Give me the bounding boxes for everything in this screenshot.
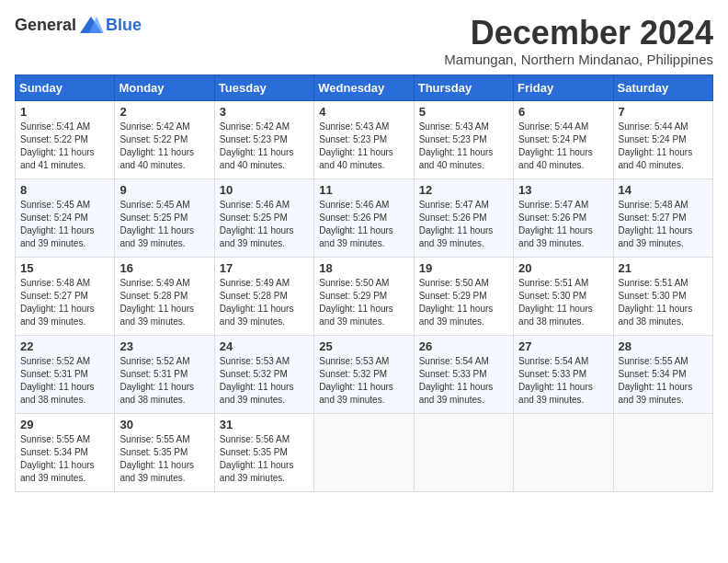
day-info: Sunrise: 5:55 AM Sunset: 5:35 PM Dayligh… (119, 433, 209, 485)
day-info: Sunrise: 5:45 AM Sunset: 5:24 PM Dayligh… (20, 199, 109, 250)
day-info: Sunrise: 5:49 AM Sunset: 5:28 PM Dayligh… (220, 277, 309, 328)
calendar-cell: 12 Sunrise: 5:47 AM Sunset: 5:26 PM Dayl… (414, 178, 513, 257)
calendar-cell: 9 Sunrise: 5:45 AM Sunset: 5:25 PM Dayli… (115, 178, 214, 257)
calendar-cell: 14 Sunrise: 5:48 AM Sunset: 5:27 PM Dayl… (613, 178, 712, 257)
day-number: 17 (220, 261, 309, 275)
weekday-header-monday: Monday (115, 75, 214, 100)
day-number: 3 (220, 105, 309, 119)
calendar-cell: 31 Sunrise: 5:56 AM Sunset: 5:35 PM Dayl… (214, 413, 313, 491)
calendar-cell: 23 Sunrise: 5:52 AM Sunset: 5:31 PM Dayl… (115, 335, 214, 413)
day-number: 29 (20, 418, 109, 431)
day-number: 4 (319, 105, 408, 119)
day-number: 24 (220, 339, 309, 353)
calendar-week-row-5: 29 Sunrise: 5:55 AM Sunset: 5:34 PM Dayl… (16, 413, 713, 491)
calendar-cell (414, 413, 513, 491)
day-info: Sunrise: 5:55 AM Sunset: 5:34 PM Dayligh… (20, 433, 109, 485)
day-info: Sunrise: 5:54 AM Sunset: 5:33 PM Dayligh… (518, 355, 608, 407)
day-info: Sunrise: 5:51 AM Sunset: 5:30 PM Dayligh… (619, 277, 708, 328)
logo-general-text: General (15, 16, 76, 35)
day-info: Sunrise: 5:48 AM Sunset: 5:27 PM Dayligh… (619, 199, 708, 250)
calendar-cell: 7 Sunrise: 5:44 AM Sunset: 5:24 PM Dayli… (613, 100, 712, 178)
day-number: 18 (319, 261, 408, 275)
day-info: Sunrise: 5:45 AM Sunset: 5:25 PM Dayligh… (119, 199, 209, 250)
calendar-cell: 8 Sunrise: 5:45 AM Sunset: 5:24 PM Dayli… (16, 178, 115, 257)
calendar-cell: 11 Sunrise: 5:46 AM Sunset: 5:26 PM Dayl… (314, 178, 414, 257)
weekday-header-thursday: Thursday (414, 75, 513, 100)
day-info: Sunrise: 5:50 AM Sunset: 5:29 PM Dayligh… (319, 277, 408, 328)
day-info: Sunrise: 5:53 AM Sunset: 5:32 PM Dayligh… (319, 355, 408, 407)
calendar-cell (314, 413, 414, 491)
day-info: Sunrise: 5:44 AM Sunset: 5:24 PM Dayligh… (518, 121, 608, 172)
calendar-cell: 21 Sunrise: 5:51 AM Sunset: 5:30 PM Dayl… (613, 257, 712, 335)
month-title: December 2024 (444, 15, 713, 52)
calendar-week-row-3: 15 Sunrise: 5:48 AM Sunset: 5:27 PM Dayl… (16, 257, 713, 335)
calendar-cell: 5 Sunrise: 5:43 AM Sunset: 5:23 PM Dayli… (414, 100, 513, 178)
calendar-cell: 10 Sunrise: 5:46 AM Sunset: 5:25 PM Dayl… (214, 178, 313, 257)
day-info: Sunrise: 5:50 AM Sunset: 5:29 PM Dayligh… (419, 277, 508, 328)
logo: General Blue (15, 15, 142, 35)
calendar-cell: 22 Sunrise: 5:52 AM Sunset: 5:31 PM Dayl… (16, 335, 115, 413)
calendar-cell: 1 Sunrise: 5:41 AM Sunset: 5:22 PM Dayli… (16, 100, 115, 178)
calendar-header-row: SundayMondayTuesdayWednesdayThursdayFrid… (16, 75, 713, 100)
calendar-cell: 27 Sunrise: 5:54 AM Sunset: 5:33 PM Dayl… (514, 335, 613, 413)
weekday-header-friday: Friday (514, 75, 613, 100)
day-number: 30 (119, 418, 209, 431)
day-number: 8 (20, 183, 109, 197)
day-number: 14 (619, 183, 708, 197)
day-info: Sunrise: 5:49 AM Sunset: 5:28 PM Dayligh… (119, 277, 209, 328)
calendar-table: SundayMondayTuesdayWednesdayThursdayFrid… (15, 75, 713, 492)
day-info: Sunrise: 5:43 AM Sunset: 5:23 PM Dayligh… (319, 121, 408, 172)
page-header: General Blue December 2024 Mamungan, Nor… (15, 15, 713, 67)
day-number: 5 (419, 105, 508, 119)
calendar-cell: 13 Sunrise: 5:47 AM Sunset: 5:26 PM Dayl… (514, 178, 613, 257)
day-info: Sunrise: 5:55 AM Sunset: 5:34 PM Dayligh… (619, 355, 708, 407)
location-title: Mamungan, Northern Mindanao, Philippines (444, 52, 713, 67)
day-info: Sunrise: 5:41 AM Sunset: 5:22 PM Dayligh… (20, 121, 109, 172)
weekday-header-saturday: Saturday (613, 75, 712, 100)
day-number: 31 (220, 418, 309, 431)
day-number: 7 (619, 105, 708, 119)
day-info: Sunrise: 5:42 AM Sunset: 5:23 PM Dayligh… (220, 121, 309, 172)
calendar-cell (514, 413, 613, 491)
calendar-week-row-4: 22 Sunrise: 5:52 AM Sunset: 5:31 PM Dayl… (16, 335, 713, 413)
day-number: 10 (220, 183, 309, 197)
weekday-header-tuesday: Tuesday (214, 75, 313, 100)
day-info: Sunrise: 5:47 AM Sunset: 5:26 PM Dayligh… (419, 199, 508, 250)
day-info: Sunrise: 5:51 AM Sunset: 5:30 PM Dayligh… (518, 277, 608, 328)
day-number: 15 (20, 261, 109, 275)
day-number: 22 (20, 339, 109, 353)
day-info: Sunrise: 5:52 AM Sunset: 5:31 PM Dayligh… (20, 355, 109, 407)
day-info: Sunrise: 5:42 AM Sunset: 5:22 PM Dayligh… (119, 121, 209, 172)
day-number: 16 (119, 261, 209, 275)
day-info: Sunrise: 5:47 AM Sunset: 5:26 PM Dayligh… (518, 199, 608, 250)
calendar-cell: 30 Sunrise: 5:55 AM Sunset: 5:35 PM Dayl… (115, 413, 214, 491)
day-number: 13 (518, 183, 608, 197)
calendar-cell: 29 Sunrise: 5:55 AM Sunset: 5:34 PM Dayl… (16, 413, 115, 491)
weekday-header-wednesday: Wednesday (314, 75, 414, 100)
day-info: Sunrise: 5:54 AM Sunset: 5:33 PM Dayligh… (419, 355, 508, 407)
logo-icon (78, 15, 104, 35)
calendar-cell: 3 Sunrise: 5:42 AM Sunset: 5:23 PM Dayli… (214, 100, 313, 178)
day-number: 25 (319, 339, 408, 353)
day-number: 28 (619, 339, 708, 353)
day-info: Sunrise: 5:46 AM Sunset: 5:26 PM Dayligh… (319, 199, 408, 250)
calendar-cell: 6 Sunrise: 5:44 AM Sunset: 5:24 PM Dayli… (514, 100, 613, 178)
day-info: Sunrise: 5:52 AM Sunset: 5:31 PM Dayligh… (119, 355, 209, 407)
day-number: 21 (619, 261, 708, 275)
day-number: 9 (119, 183, 209, 197)
day-number: 6 (518, 105, 608, 119)
day-info: Sunrise: 5:46 AM Sunset: 5:25 PM Dayligh… (220, 199, 309, 250)
calendar-cell: 2 Sunrise: 5:42 AM Sunset: 5:22 PM Dayli… (115, 100, 214, 178)
calendar-cell: 19 Sunrise: 5:50 AM Sunset: 5:29 PM Dayl… (414, 257, 513, 335)
day-number: 27 (518, 339, 608, 353)
calendar-week-row-2: 8 Sunrise: 5:45 AM Sunset: 5:24 PM Dayli… (16, 178, 713, 257)
title-block: December 2024 Mamungan, Northern Mindana… (444, 15, 713, 67)
day-number: 2 (119, 105, 209, 119)
calendar-cell: 26 Sunrise: 5:54 AM Sunset: 5:33 PM Dayl… (414, 335, 513, 413)
day-info: Sunrise: 5:44 AM Sunset: 5:24 PM Dayligh… (619, 121, 708, 172)
weekday-header-sunday: Sunday (16, 75, 115, 100)
day-number: 26 (419, 339, 508, 353)
day-number: 20 (518, 261, 608, 275)
calendar-cell: 15 Sunrise: 5:48 AM Sunset: 5:27 PM Dayl… (16, 257, 115, 335)
calendar-cell: 17 Sunrise: 5:49 AM Sunset: 5:28 PM Dayl… (214, 257, 313, 335)
